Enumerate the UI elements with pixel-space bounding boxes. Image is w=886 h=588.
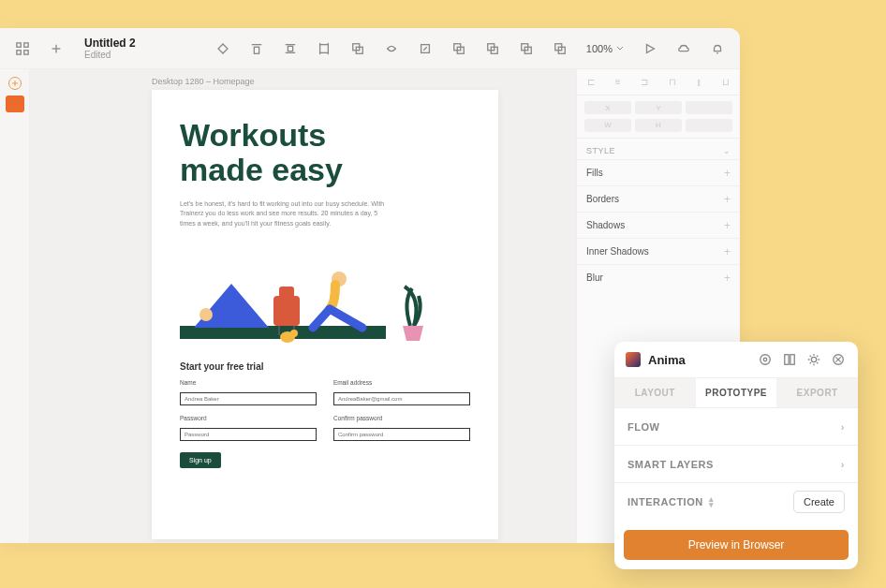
angle-input[interactable]: [686, 119, 732, 132]
columns-icon[interactable]: [781, 351, 798, 368]
svg-point-41: [811, 357, 816, 361]
confirm-password-label: Confirm password: [333, 415, 470, 421]
tab-export[interactable]: EXPORT: [776, 378, 858, 407]
form-title: Start your free trial: [180, 361, 470, 372]
align-vcenter-icon: ⫿: [697, 77, 701, 87]
svg-rect-11: [288, 46, 292, 51]
email-input[interactable]: [333, 392, 470, 405]
svg-rect-3: [24, 50, 28, 53]
headline: Workoutsmade easy: [180, 118, 470, 188]
anima-title: Anima: [648, 353, 749, 367]
flow-row[interactable]: FLOW ›: [614, 408, 858, 446]
union-icon[interactable]: [446, 36, 472, 62]
signup-button[interactable]: Sign up: [180, 452, 221, 468]
page-thumb-1[interactable]: [6, 96, 24, 112]
svg-rect-0: [17, 42, 21, 46]
align-center-icon[interactable]: [277, 36, 303, 62]
align-left-icon: ⊏: [587, 77, 595, 87]
align-right-icon: ⊐: [641, 77, 648, 87]
name-input[interactable]: [180, 392, 317, 405]
document-info[interactable]: Untitled 2 Edited: [84, 37, 136, 60]
inner-shadows-row[interactable]: Inner Shadows+: [577, 238, 740, 264]
signup-form: Start your free trial Name Email address…: [180, 361, 470, 468]
svg-point-36: [290, 330, 298, 337]
svg-rect-12: [319, 44, 328, 52]
lock-aspect[interactable]: [686, 101, 732, 114]
difference-icon[interactable]: [547, 36, 573, 62]
align-controls[interactable]: ⊏≡⊐ ⊓⫿⊔: [577, 69, 740, 96]
align-top-icon[interactable]: [244, 36, 270, 62]
tab-prototype[interactable]: PROTOTYPE: [696, 378, 777, 407]
name-field: Name: [180, 379, 317, 405]
svg-rect-1: [24, 42, 28, 46]
zoom-value: 100%: [586, 43, 613, 54]
svg-rect-39: [785, 355, 789, 365]
interaction-label: INTERACTION: [628, 496, 703, 507]
interaction-row[interactable]: INTERACTION ▴▾ Create: [614, 483, 858, 521]
chevron-right-icon: ›: [841, 421, 845, 433]
workout-illustration: [180, 242, 442, 345]
intersect-icon[interactable]: [513, 36, 539, 62]
borders-row[interactable]: Borders+: [577, 185, 740, 212]
confirm-password-input[interactable]: [333, 428, 470, 441]
create-button[interactable]: Create: [793, 491, 845, 513]
email-field: Email address: [333, 379, 470, 405]
svg-rect-6: [218, 44, 228, 53]
left-rail: [0, 69, 30, 543]
smart-layers-label: SMART LAYERS: [628, 459, 714, 470]
artboard-icon[interactable]: [311, 36, 337, 62]
svg-rect-31: [279, 287, 294, 298]
grid-view-icon[interactable]: [9, 36, 36, 62]
email-label: Email address: [333, 379, 470, 386]
close-icon[interactable]: [830, 351, 847, 368]
svg-rect-30: [273, 296, 300, 326]
zoom-control[interactable]: 100%: [581, 43, 629, 54]
svg-rect-2: [17, 50, 21, 53]
doc-title: Untitled 2: [84, 37, 136, 50]
w-input[interactable]: W: [584, 119, 631, 132]
password-label: Password: [180, 415, 317, 421]
smart-layers-row[interactable]: SMART LAYERS ›: [614, 446, 858, 483]
y-input[interactable]: Y: [635, 101, 682, 114]
play-icon[interactable]: [637, 36, 663, 62]
diamond-icon[interactable]: [210, 36, 236, 62]
stepper-icon[interactable]: ▴▾: [709, 496, 715, 508]
name-label: Name: [180, 379, 317, 386]
password-input[interactable]: [180, 428, 317, 441]
gear-icon[interactable]: [805, 351, 822, 368]
flow-label: FLOW: [628, 421, 659, 433]
x-input[interactable]: X: [584, 101, 631, 114]
subtract-icon[interactable]: [480, 36, 506, 62]
confirm-password-field: Confirm password: [333, 415, 470, 441]
svg-point-38: [763, 358, 767, 361]
blur-row[interactable]: Blur+: [577, 264, 740, 290]
anima-plugin-panel: Anima LAYOUT PROTOTYPE EXPORT FLOW › SMA…: [614, 342, 858, 569]
dimension-controls: X Y W H: [577, 96, 740, 139]
fills-row[interactable]: Fills+: [577, 159, 740, 185]
preview-in-browser-button[interactable]: Preview in Browser: [624, 530, 849, 560]
bell-icon[interactable]: [704, 36, 731, 62]
scale-icon[interactable]: [412, 36, 438, 62]
align-hcenter-icon: ≡: [615, 77, 621, 87]
h-input[interactable]: H: [635, 119, 682, 132]
svg-point-37: [760, 355, 771, 365]
top-toolbar: Untitled 2 Edited 100%: [0, 28, 740, 69]
svg-rect-40: [790, 355, 794, 365]
svg-point-29: [199, 308, 213, 321]
password-field: Password: [180, 415, 317, 441]
doc-status: Edited: [84, 50, 136, 60]
add-dropdown-icon[interactable]: [43, 36, 69, 62]
chevron-right-icon: ›: [841, 459, 845, 470]
target-icon[interactable]: [757, 351, 774, 368]
tab-layout[interactable]: LAYOUT: [614, 378, 696, 407]
anima-header: Anima: [614, 342, 858, 377]
shadows-row[interactable]: Shadows+: [577, 212, 740, 238]
anima-tabs: LAYOUT PROTOTYPE EXPORT: [614, 377, 858, 408]
add-page-icon[interactable]: [8, 77, 22, 90]
canvas[interactable]: Desktop 1280 – Homepage Workoutsmade eas…: [30, 69, 576, 543]
group-icon[interactable]: [345, 36, 371, 62]
anima-logo-icon: [626, 352, 641, 367]
cloud-icon[interactable]: [671, 36, 697, 62]
mask-icon[interactable]: [378, 36, 405, 62]
artboard-homepage[interactable]: Workoutsmade easy Let's be honest, it's …: [152, 90, 498, 539]
